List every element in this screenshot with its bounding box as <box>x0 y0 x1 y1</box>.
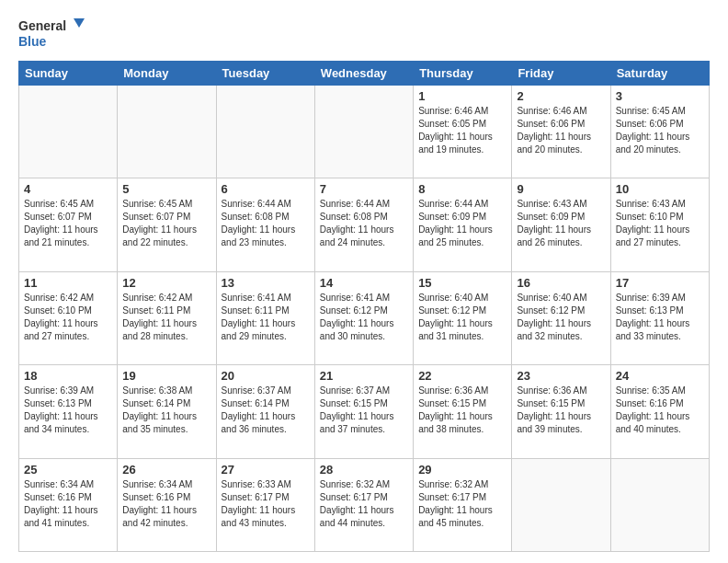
day-info: Sunrise: 6:45 AMSunset: 6:07 PMDaylight:… <box>24 198 112 249</box>
calendar-cell: 16Sunrise: 6:40 AMSunset: 6:12 PMDayligh… <box>512 271 610 364</box>
calendar-cell: 26Sunrise: 6:34 AMSunset: 6:16 PMDayligh… <box>118 458 216 551</box>
calendar-cell: 20Sunrise: 6:37 AMSunset: 6:14 PMDayligh… <box>216 365 314 458</box>
day-number: 18 <box>24 369 112 383</box>
day-info: Sunrise: 6:41 AMSunset: 6:11 PMDaylight:… <box>222 292 310 343</box>
day-number: 29 <box>418 463 506 477</box>
calendar-table: SundayMondayTuesdayWednesdayThursdayFrid… <box>18 61 710 552</box>
calendar-cell: 21Sunrise: 6:37 AMSunset: 6:15 PMDayligh… <box>314 365 413 458</box>
calendar-cell: 29Sunrise: 6:32 AMSunset: 6:17 PMDayligh… <box>414 458 512 551</box>
day-number: 19 <box>122 369 210 383</box>
day-number: 12 <box>122 276 210 290</box>
day-number: 27 <box>222 463 310 477</box>
day-number: 20 <box>222 369 310 383</box>
calendar-cell <box>216 86 314 178</box>
calendar-cell: 28Sunrise: 6:32 AMSunset: 6:17 PMDayligh… <box>314 458 413 551</box>
day-info: Sunrise: 6:43 AMSunset: 6:09 PMDaylight:… <box>517 198 605 249</box>
calendar-cell: 14Sunrise: 6:41 AMSunset: 6:12 PMDayligh… <box>314 271 413 364</box>
day-info: Sunrise: 6:44 AMSunset: 6:09 PMDaylight:… <box>418 198 506 249</box>
calendar-cell: 27Sunrise: 6:33 AMSunset: 6:17 PMDayligh… <box>216 458 314 551</box>
day-info: Sunrise: 6:34 AMSunset: 6:16 PMDaylight:… <box>122 478 210 530</box>
day-info: Sunrise: 6:42 AMSunset: 6:11 PMDaylight:… <box>122 292 210 343</box>
calendar-cell: 12Sunrise: 6:42 AMSunset: 6:11 PMDayligh… <box>118 271 216 364</box>
calendar-cell: 18Sunrise: 6:39 AMSunset: 6:13 PMDayligh… <box>19 365 118 458</box>
calendar-cell: 3Sunrise: 6:45 AMSunset: 6:06 PMDaylight… <box>610 86 709 178</box>
day-number: 2 <box>517 89 605 103</box>
calendar-cell: 2Sunrise: 6:46 AMSunset: 6:06 PMDaylight… <box>512 86 610 178</box>
calendar-cell: 4Sunrise: 6:45 AMSunset: 6:07 PMDaylight… <box>19 178 118 271</box>
calendar-cell: 24Sunrise: 6:35 AMSunset: 6:16 PMDayligh… <box>610 365 709 458</box>
day-number: 17 <box>616 276 704 290</box>
calendar-cell: 13Sunrise: 6:41 AMSunset: 6:11 PMDayligh… <box>216 271 314 364</box>
calendar-cell <box>314 86 413 178</box>
day-number: 6 <box>222 182 310 196</box>
calendar-cell: 25Sunrise: 6:34 AMSunset: 6:16 PMDayligh… <box>19 458 118 551</box>
calendar-cell <box>512 458 610 551</box>
day-number: 15 <box>418 276 506 290</box>
week-row-3: 11Sunrise: 6:42 AMSunset: 6:10 PMDayligh… <box>19 271 710 364</box>
day-info: Sunrise: 6:37 AMSunset: 6:15 PMDaylight:… <box>320 385 408 436</box>
svg-text:General: General <box>18 18 66 33</box>
weekday-header-tuesday: Tuesday <box>216 62 314 86</box>
day-number: 3 <box>616 89 704 103</box>
day-number: 23 <box>517 369 605 383</box>
day-number: 4 <box>24 182 112 196</box>
day-number: 14 <box>320 276 408 290</box>
day-info: Sunrise: 6:32 AMSunset: 6:17 PMDaylight:… <box>418 478 506 530</box>
day-number: 1 <box>418 89 506 103</box>
weekday-header-monday: Monday <box>118 62 216 86</box>
calendar-cell <box>19 86 118 178</box>
weekday-header-friday: Friday <box>512 62 610 86</box>
day-number: 26 <box>122 463 210 477</box>
weekday-header-row: SundayMondayTuesdayWednesdayThursdayFrid… <box>19 62 710 86</box>
page: GeneralBlue SundayMondayTuesdayWednesday… <box>0 0 728 563</box>
day-number: 16 <box>517 276 605 290</box>
day-info: Sunrise: 6:45 AMSunset: 6:07 PMDaylight:… <box>122 198 210 249</box>
day-info: Sunrise: 6:46 AMSunset: 6:06 PMDaylight:… <box>517 105 605 156</box>
day-info: Sunrise: 6:32 AMSunset: 6:17 PMDaylight:… <box>320 478 408 530</box>
day-info: Sunrise: 6:35 AMSunset: 6:16 PMDaylight:… <box>616 385 704 436</box>
day-number: 9 <box>517 182 605 196</box>
day-number: 24 <box>616 369 704 383</box>
day-number: 11 <box>24 276 112 290</box>
header: GeneralBlue <box>18 15 710 52</box>
day-number: 7 <box>320 182 408 196</box>
calendar-cell: 10Sunrise: 6:43 AMSunset: 6:10 PMDayligh… <box>610 178 709 271</box>
day-number: 22 <box>418 369 506 383</box>
logo-svg: GeneralBlue <box>18 15 92 52</box>
week-row-1: 1Sunrise: 6:46 AMSunset: 6:05 PMDaylight… <box>19 86 710 178</box>
day-number: 13 <box>222 276 310 290</box>
day-info: Sunrise: 6:40 AMSunset: 6:12 PMDaylight:… <box>418 292 506 343</box>
day-info: Sunrise: 6:46 AMSunset: 6:05 PMDaylight:… <box>418 105 506 156</box>
calendar-cell <box>118 86 216 178</box>
calendar-cell <box>610 458 709 551</box>
calendar-cell: 23Sunrise: 6:36 AMSunset: 6:15 PMDayligh… <box>512 365 610 458</box>
calendar-cell: 22Sunrise: 6:36 AMSunset: 6:15 PMDayligh… <box>414 365 512 458</box>
calendar-cell: 6Sunrise: 6:44 AMSunset: 6:08 PMDaylight… <box>216 178 314 271</box>
day-number: 5 <box>122 182 210 196</box>
weekday-header-thursday: Thursday <box>414 62 512 86</box>
weekday-header-saturday: Saturday <box>610 62 709 86</box>
day-info: Sunrise: 6:36 AMSunset: 6:15 PMDaylight:… <box>418 385 506 436</box>
day-number: 10 <box>616 182 704 196</box>
day-info: Sunrise: 6:39 AMSunset: 6:13 PMDaylight:… <box>616 292 704 343</box>
calendar-cell: 1Sunrise: 6:46 AMSunset: 6:05 PMDaylight… <box>414 86 512 178</box>
day-info: Sunrise: 6:41 AMSunset: 6:12 PMDaylight:… <box>320 292 408 343</box>
calendar-cell: 7Sunrise: 6:44 AMSunset: 6:08 PMDaylight… <box>314 178 413 271</box>
day-info: Sunrise: 6:33 AMSunset: 6:17 PMDaylight:… <box>222 478 310 530</box>
day-info: Sunrise: 6:44 AMSunset: 6:08 PMDaylight:… <box>320 198 408 249</box>
day-number: 28 <box>320 463 408 477</box>
day-info: Sunrise: 6:44 AMSunset: 6:08 PMDaylight:… <box>222 198 310 249</box>
svg-text:Blue: Blue <box>18 34 47 49</box>
day-info: Sunrise: 6:36 AMSunset: 6:15 PMDaylight:… <box>517 385 605 436</box>
day-info: Sunrise: 6:39 AMSunset: 6:13 PMDaylight:… <box>24 385 112 436</box>
day-info: Sunrise: 6:40 AMSunset: 6:12 PMDaylight:… <box>517 292 605 343</box>
week-row-2: 4Sunrise: 6:45 AMSunset: 6:07 PMDaylight… <box>19 178 710 271</box>
calendar-cell: 17Sunrise: 6:39 AMSunset: 6:13 PMDayligh… <box>610 271 709 364</box>
day-number: 21 <box>320 369 408 383</box>
calendar-cell: 19Sunrise: 6:38 AMSunset: 6:14 PMDayligh… <box>118 365 216 458</box>
day-info: Sunrise: 6:42 AMSunset: 6:10 PMDaylight:… <box>24 292 112 343</box>
logo: GeneralBlue <box>18 15 92 52</box>
day-number: 25 <box>24 463 112 477</box>
calendar-cell: 15Sunrise: 6:40 AMSunset: 6:12 PMDayligh… <box>414 271 512 364</box>
day-number: 8 <box>418 182 506 196</box>
